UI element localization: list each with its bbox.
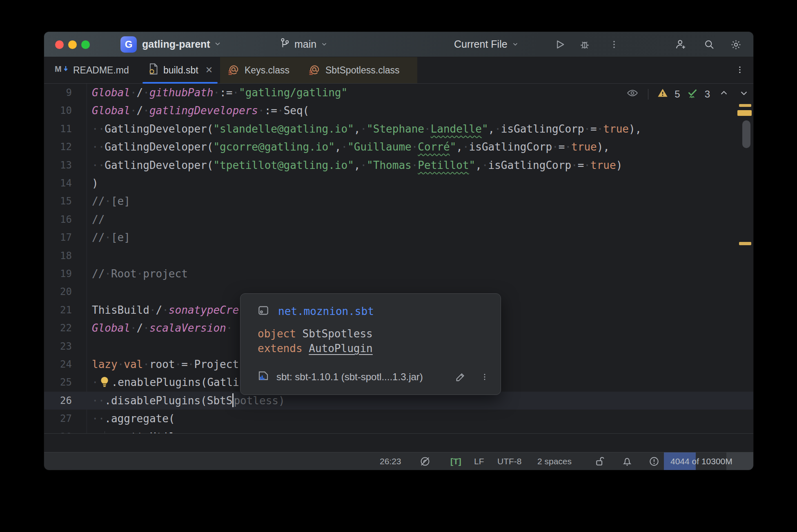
code-line-28[interactable]: 28····nettyUtil xyxy=(44,428,753,433)
code-line-text: //·[e] xyxy=(92,192,130,210)
tab-label: README.md xyxy=(73,65,129,76)
code-line-18[interactable]: 18 xyxy=(44,247,753,265)
line-number[interactable]: 24 xyxy=(44,355,72,373)
encoding-widget[interactable]: UTF-8 xyxy=(497,452,522,470)
quick-documentation-popup: net.moznion.sbt object SbtSpotless exten… xyxy=(240,293,501,395)
code-with-me-icon[interactable] xyxy=(674,38,687,51)
git-branch-icon xyxy=(279,38,290,51)
search-everywhere-icon[interactable] xyxy=(703,38,716,51)
code-line-17[interactable]: 17//·[e] xyxy=(44,228,753,246)
warning-icon[interactable] xyxy=(657,87,668,101)
declaration-line-2: extends AutoPlugin xyxy=(258,342,373,355)
line-number[interactable]: 10 xyxy=(44,102,72,120)
line-number[interactable]: 21 xyxy=(44,301,72,319)
line-number[interactable]: 13 xyxy=(44,156,72,174)
close-tab-icon[interactable]: ✕ xyxy=(205,65,213,75)
tab-build-sbt[interactable]: build.sbt✕ xyxy=(141,57,219,83)
indent-widget[interactable]: 2 spaces xyxy=(537,452,572,470)
divider xyxy=(648,89,648,100)
code-line-14[interactable]: 14) xyxy=(44,174,753,192)
inspections-widget[interactable]: 5 3 xyxy=(626,87,749,102)
code-line-10[interactable]: 10Global·/·gatlingDevelopers·:=·Seq( xyxy=(44,102,753,120)
more-actions-icon[interactable] xyxy=(608,38,621,51)
settings-gear-icon[interactable] xyxy=(729,38,742,51)
line-number[interactable]: 28 xyxy=(44,428,72,433)
tab-readme-md[interactable]: MREADME.md xyxy=(47,57,138,83)
ok-check-icon[interactable] xyxy=(686,87,699,102)
code-line-text: //·Root·project xyxy=(92,265,188,283)
keyword-extends: extends xyxy=(258,342,303,355)
minimize-window-button[interactable] xyxy=(68,40,77,49)
tab-options-kebab-icon[interactable] xyxy=(735,64,744,77)
scrollbar-warning-mark[interactable] xyxy=(739,242,751,245)
memory-indicator-widget[interactable]: 4044 of 10300M xyxy=(670,452,732,470)
code-line-27[interactable]: 27··.aggregate( xyxy=(44,410,753,428)
project-name: gatling-parent xyxy=(142,38,210,50)
code-line-text: ····nettyUtil xyxy=(92,428,176,433)
line-number[interactable]: 25 xyxy=(44,373,72,391)
package-name-link[interactable]: net.moznion.sbt xyxy=(278,305,374,317)
edit-pencil-icon[interactable] xyxy=(455,371,466,384)
code-line-15[interactable]: 15//·[e] xyxy=(44,192,753,210)
run-configuration-selector[interactable]: Current File xyxy=(454,38,519,50)
scrollbar-thumb[interactable] xyxy=(742,120,750,148)
code-line-text: ··GatlingDeveloper("tpetillot@gatling.io… xyxy=(92,156,622,174)
line-number[interactable]: 23 xyxy=(44,337,72,355)
caret-position-widget[interactable]: 26:23 xyxy=(380,452,401,470)
code-line-text: ··GatlingDeveloper("gcorre@gatling.io",·… xyxy=(92,138,610,156)
tab-sbtspotless-class[interactable]: SbtSpotless.class xyxy=(301,57,417,83)
line-number[interactable]: 18 xyxy=(44,247,72,265)
code-line-13[interactable]: 13··GatlingDeveloper("tpetillot@gatling.… xyxy=(44,156,753,174)
scrollbar-warning-mark[interactable] xyxy=(737,110,752,116)
code-editor[interactable]: 9Global·/·githubPath·:=·"gatling/gatling… xyxy=(44,84,753,433)
line-number[interactable]: 16 xyxy=(44,211,72,228)
code-line-text: Global·/·githubPath·:=·"gatling/gatling" xyxy=(92,84,347,102)
line-number[interactable]: 19 xyxy=(44,265,72,283)
tab-keys-class[interactable]: Keys.class xyxy=(220,57,301,83)
zoom-window-button[interactable] xyxy=(81,40,90,49)
code-line-16[interactable]: 16// xyxy=(44,211,753,228)
vcs-branch-widget[interactable]: main xyxy=(279,38,328,51)
code-line-text: ··GatlingDeveloper("slandelle@gatling.io… xyxy=(92,120,641,138)
intention-bulb-icon[interactable] xyxy=(98,375,111,388)
ide-window: G gatling-parent main Current File xyxy=(44,32,753,470)
warning-count: 5 xyxy=(675,89,680,100)
run-button[interactable] xyxy=(553,38,566,51)
line-number[interactable]: 15 xyxy=(44,192,72,210)
type-aware-highlighting-widget[interactable]: [T] xyxy=(450,452,461,470)
line-number[interactable]: 26 xyxy=(44,392,72,410)
line-number[interactable]: 12 xyxy=(44,138,72,156)
line-number[interactable]: 27 xyxy=(44,410,72,428)
keyword-object: object xyxy=(258,328,296,340)
project-selector[interactable]: gatling-parent xyxy=(142,38,222,50)
tab-label: SbtSpotless.class xyxy=(325,65,400,76)
close-window-button[interactable] xyxy=(55,40,64,49)
code-line-12[interactable]: 12··GatlingDeveloper("gcorre@gatling.io"… xyxy=(44,138,753,156)
library-icon xyxy=(257,370,270,384)
highlighting-off-icon[interactable] xyxy=(419,452,431,470)
code-line-19[interactable]: 19//·Root·project xyxy=(44,265,753,283)
debug-button[interactable] xyxy=(578,38,591,51)
error-indicator-icon[interactable] xyxy=(648,452,660,470)
popup-kebab-icon[interactable] xyxy=(480,372,489,384)
reader-mode-eye-icon[interactable] xyxy=(626,87,639,102)
line-ending-widget[interactable]: LF xyxy=(474,452,484,470)
notifications-bell-icon[interactable] xyxy=(621,452,633,470)
line-number[interactable]: 14 xyxy=(44,174,72,192)
next-problem-chevron-icon[interactable] xyxy=(739,88,749,101)
lock-open-icon[interactable] xyxy=(594,452,606,470)
line-number[interactable]: 17 xyxy=(44,228,72,246)
scrollbar-warning-mark[interactable] xyxy=(739,104,751,107)
code-line-text: //·[e] xyxy=(92,228,130,246)
previous-problem-chevron-icon[interactable] xyxy=(719,88,729,101)
project-icon: G xyxy=(120,36,137,53)
code-line-11[interactable]: 11··GatlingDeveloper("slandelle@gatling.… xyxy=(44,120,753,138)
line-number[interactable]: 20 xyxy=(44,283,72,301)
line-number[interactable]: 9 xyxy=(44,84,72,102)
code-line-text: // xyxy=(92,211,105,228)
line-number[interactable]: 11 xyxy=(44,120,72,138)
parent-class-link[interactable]: AutoPlugin xyxy=(309,342,373,355)
editor-bottom-strip xyxy=(44,433,753,452)
line-number[interactable]: 22 xyxy=(44,319,72,337)
class-name: SbtSpotless xyxy=(303,328,373,340)
